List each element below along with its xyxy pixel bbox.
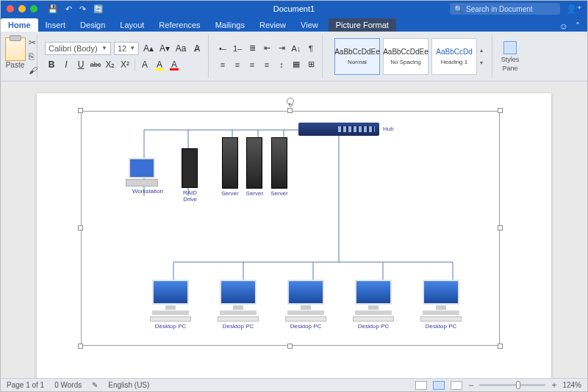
hub-label: Hub: [383, 126, 394, 132]
highlight-button[interactable]: A: [153, 58, 166, 71]
resize-handle-bl[interactable]: [78, 344, 83, 349]
rotation-handle[interactable]: [287, 98, 294, 105]
tab-view[interactable]: View: [293, 18, 326, 32]
search-box[interactable]: 🔍: [450, 3, 560, 15]
font-size-value: 12: [118, 44, 126, 53]
page-indicator[interactable]: Page 1 of 1: [7, 381, 44, 389]
style-no-spacing[interactable]: AaBbCcDdEe No Spacing: [383, 38, 429, 75]
grow-font-button[interactable]: A▴: [142, 42, 155, 55]
bold-button[interactable]: B: [45, 58, 58, 71]
decrease-indent-button[interactable]: ⇤: [260, 42, 273, 55]
zoom-out-button[interactable]: −: [468, 380, 473, 391]
align-center-button[interactable]: ≡: [231, 58, 244, 71]
word-count[interactable]: 0 Words: [54, 381, 82, 389]
shrink-font-button[interactable]: A▾: [158, 42, 171, 55]
quick-access-toolbar: 💾 ↶ ↷ 🔄: [48, 4, 104, 14]
save-icon[interactable]: 💾: [48, 4, 58, 14]
paragraph-group: •– 1– ≣ ⇤ ⇥ A↓ ¶ ≡ ≡ ≡ ≡ ↕ ▦ ⊞: [212, 35, 323, 78]
styles-pane-button[interactable]: Styles Pane: [495, 35, 525, 78]
text-effects-button[interactable]: A: [138, 58, 151, 71]
sort-button[interactable]: A↓: [290, 42, 303, 55]
styles-group: AaBbCcDdEe Normal AaBbCcDdEe No Spacing …: [326, 35, 492, 78]
focus-view-button[interactable]: [415, 381, 427, 390]
borders-button[interactable]: ⊞: [304, 58, 318, 71]
styles-scroll-down-icon[interactable]: ▾: [480, 59, 483, 66]
justify-button[interactable]: ≡: [260, 58, 273, 71]
shading-button[interactable]: ▦: [290, 58, 303, 71]
strike-button[interactable]: abc: [89, 58, 102, 71]
tab-references[interactable]: References: [151, 18, 207, 32]
redo-icon[interactable]: ↷: [79, 4, 86, 14]
ribbon-tabs: Home Insert Design Layout References Mai…: [1, 17, 587, 32]
tab-design[interactable]: Design: [73, 18, 112, 32]
search-icon: 🔍: [454, 5, 463, 13]
feedback-icon[interactable]: ☺: [559, 21, 568, 32]
desktop-row: Desktop PC Desktop PC Desktop PC Desktop…: [144, 280, 467, 330]
style-heading-1[interactable]: AaBbCcDd Heading 1: [431, 38, 477, 75]
paste-button[interactable]: Paste: [5, 61, 26, 69]
numbering-button[interactable]: 1–: [231, 42, 244, 55]
status-bar: Page 1 of 1 0 Words ✎ English (US) − + 1…: [1, 378, 587, 391]
zoom-icon[interactable]: [30, 5, 37, 12]
tab-review[interactable]: Review: [252, 18, 293, 32]
pilcrow-button[interactable]: ¶: [304, 42, 318, 55]
close-icon[interactable]: [7, 5, 14, 12]
font-name-combo[interactable]: Calibri (Body)▼: [45, 42, 111, 55]
superscript-button[interactable]: X²: [118, 58, 132, 71]
cut-icon[interactable]: ✂: [29, 37, 37, 48]
format-painter-icon[interactable]: 🖌: [29, 65, 37, 76]
language-indicator[interactable]: English (US): [108, 381, 149, 389]
tab-insert[interactable]: Insert: [38, 18, 74, 32]
server-nodes: Server Server Server: [221, 137, 288, 197]
spellcheck-icon[interactable]: ✎: [92, 381, 98, 389]
underline-button[interactable]: U: [74, 58, 87, 71]
style-normal[interactable]: AaBbCcDdEe Normal: [334, 38, 380, 75]
paste-icon[interactable]: [5, 37, 26, 61]
multilevel-button[interactable]: ≣: [245, 42, 259, 55]
collapse-ribbon-icon[interactable]: ˄: [576, 21, 580, 32]
font-color-button[interactable]: A: [168, 58, 181, 71]
zoom-in-button[interactable]: +: [551, 380, 556, 391]
subscript-button[interactable]: X₂: [104, 58, 117, 71]
resize-handle-tm[interactable]: [287, 108, 293, 113]
hub-node: [298, 123, 379, 136]
zoom-slider[interactable]: [479, 384, 545, 386]
share-icon[interactable]: 👤⁺: [566, 4, 581, 14]
copy-icon[interactable]: ⎘: [29, 51, 37, 62]
tab-home[interactable]: Home: [1, 18, 38, 32]
zoom-thumb[interactable]: [516, 381, 520, 389]
document-canvas[interactable]: Hub Workstation RAID Drive Server Server…: [1, 81, 587, 378]
resize-handle-ml[interactable]: [78, 225, 83, 231]
network-diagram-image: Hub Workstation RAID Drive Server Server…: [85, 115, 495, 341]
sync-icon[interactable]: 🔄: [93, 4, 104, 14]
resize-handle-tl[interactable]: [78, 108, 83, 113]
minimize-icon[interactable]: [18, 5, 26, 12]
resize-handle-bm[interactable]: [287, 344, 293, 349]
document-title: Document1: [273, 4, 315, 13]
clear-format-button[interactable]: A̷: [190, 42, 204, 55]
selected-picture[interactable]: Hub Workstation RAID Drive Server Server…: [81, 111, 500, 346]
search-input[interactable]: [466, 5, 547, 13]
italic-button[interactable]: I: [60, 58, 73, 71]
resize-handle-mr[interactable]: [498, 225, 503, 231]
tab-layout[interactable]: Layout: [112, 18, 151, 32]
bullets-button[interactable]: •–: [216, 42, 229, 55]
zoom-level[interactable]: 124%: [562, 381, 581, 389]
tab-mailings[interactable]: Mailings: [208, 18, 252, 32]
change-case-button[interactable]: Aa: [174, 42, 187, 55]
line-spacing-button[interactable]: ↕: [275, 58, 288, 71]
align-right-button[interactable]: ≡: [245, 58, 259, 71]
font-size-combo[interactable]: 12▼: [114, 42, 139, 55]
resize-handle-br[interactable]: [498, 344, 503, 349]
resize-handle-tr[interactable]: [498, 108, 503, 113]
print-layout-button[interactable]: [433, 381, 445, 390]
styles-scroll-up-icon[interactable]: ▴: [480, 47, 483, 54]
styles-pane-icon: [503, 41, 517, 54]
chevron-down-icon: ▼: [101, 45, 107, 51]
align-left-button[interactable]: ≡: [216, 58, 229, 71]
tab-picture-format[interactable]: Picture Format: [329, 18, 396, 32]
web-layout-button[interactable]: [451, 381, 462, 390]
undo-icon[interactable]: ↶: [65, 4, 72, 14]
increase-indent-button[interactable]: ⇥: [275, 42, 288, 55]
window-controls: [1, 5, 37, 12]
